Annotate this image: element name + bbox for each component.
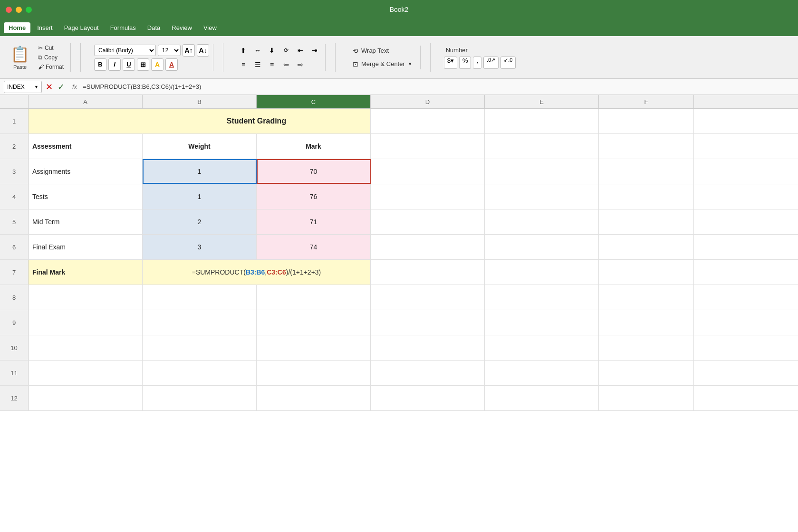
- percent-button[interactable]: %: [459, 57, 471, 69]
- cell-d4[interactable]: [371, 184, 485, 209]
- menu-formulas[interactable]: Formulas: [106, 22, 141, 33]
- cell-d6[interactable]: [371, 235, 485, 259]
- align-left-button[interactable]: ≡: [237, 58, 250, 71]
- row-header-2[interactable]: 2: [0, 134, 29, 159]
- increase-indent-button[interactable]: ⇨: [294, 58, 307, 71]
- menu-view[interactable]: View: [199, 22, 221, 33]
- currency-button[interactable]: $▾: [444, 57, 457, 69]
- menu-review[interactable]: Review: [167, 22, 197, 33]
- cell-a9[interactable]: [29, 310, 143, 335]
- cell-c4[interactable]: 76: [257, 184, 371, 209]
- cell-e11[interactable]: [485, 361, 599, 385]
- grow-font-button[interactable]: A↑: [183, 44, 195, 57]
- text-direction-button[interactable]: ⟳: [279, 44, 293, 57]
- fill-color-button[interactable]: A: [151, 58, 163, 71]
- row-header-9[interactable]: 9: [0, 310, 29, 335]
- cell-e2[interactable]: [485, 134, 599, 159]
- cell-a11[interactable]: [29, 361, 143, 385]
- cell-f2[interactable]: [599, 134, 694, 159]
- cell-c11[interactable]: [257, 361, 371, 385]
- cell-f12[interactable]: [599, 386, 694, 410]
- row-header-10[interactable]: 10: [0, 335, 29, 360]
- row-header-7[interactable]: 7: [0, 260, 29, 285]
- col-header-e[interactable]: E: [485, 95, 599, 108]
- underline-button[interactable]: U: [123, 58, 135, 71]
- row-header-11[interactable]: 11: [0, 361, 29, 385]
- spreadsheet-container[interactable]: A B C D E F 1 Student Grading 2: [0, 95, 798, 411]
- menu-home[interactable]: Home: [4, 22, 30, 33]
- cell-c8[interactable]: [257, 285, 371, 310]
- cell-c2[interactable]: Mark: [257, 134, 371, 159]
- col-header-f[interactable]: F: [599, 95, 694, 108]
- cell-f7[interactable]: [599, 260, 694, 285]
- formula-cancel-button[interactable]: ✕: [46, 82, 53, 92]
- cell-e4[interactable]: [485, 184, 599, 209]
- cell-a12[interactable]: [29, 386, 143, 410]
- cell-b7-c7-merged[interactable]: =SUMPRODUCT(B3:B6,C3:C6)/(1+1+2+3): [143, 260, 371, 285]
- cell-b3[interactable]: 1: [143, 159, 257, 184]
- merge-center-button[interactable]: ⊡ Merge & Center ▼: [349, 59, 416, 69]
- cell-f10[interactable]: [599, 335, 694, 360]
- row-header-6[interactable]: 6: [0, 235, 29, 259]
- cell-f4[interactable]: [599, 184, 694, 209]
- italic-button[interactable]: I: [108, 58, 121, 71]
- maximize-button[interactable]: [26, 7, 32, 13]
- indent-decrease-button[interactable]: ⇤: [294, 44, 307, 57]
- comma-button[interactable]: ,: [473, 57, 481, 69]
- shrink-font-button[interactable]: A↓: [197, 44, 209, 57]
- col-header-b[interactable]: B: [143, 95, 257, 108]
- align-middle-button[interactable]: ↔: [251, 44, 264, 57]
- cell-b6[interactable]: 3: [143, 235, 257, 259]
- cut-button[interactable]: ✂ Cut: [35, 44, 67, 52]
- align-right-button[interactable]: ≡: [265, 58, 279, 71]
- formula-confirm-button[interactable]: ✓: [58, 82, 65, 92]
- indent-increase-button[interactable]: ⇥: [308, 44, 321, 57]
- cell-e7[interactable]: [485, 260, 599, 285]
- cell-e6[interactable]: [485, 235, 599, 259]
- cell-d5[interactable]: [371, 209, 485, 234]
- cell-b12[interactable]: [143, 386, 257, 410]
- cell-d9[interactable]: [371, 310, 485, 335]
- merge-dropdown-icon[interactable]: ▼: [408, 61, 413, 66]
- cell-a4[interactable]: Tests: [29, 184, 143, 209]
- decrease-indent-button[interactable]: ⇦: [279, 58, 293, 71]
- cell-a8[interactable]: [29, 285, 143, 310]
- cell-e10[interactable]: [485, 335, 599, 360]
- name-box-dropdown-icon[interactable]: ▼: [34, 85, 38, 89]
- cell-f6[interactable]: [599, 235, 694, 259]
- paste-button[interactable]: 📋 Paste: [8, 43, 32, 72]
- cell-c6[interactable]: 74: [257, 235, 371, 259]
- cell-b11[interactable]: [143, 361, 257, 385]
- cell-b9[interactable]: [143, 310, 257, 335]
- row-header-8[interactable]: 8: [0, 285, 29, 310]
- align-bottom-button[interactable]: ⬇: [265, 44, 279, 57]
- font-family-select[interactable]: Calibri (Body): [94, 45, 156, 56]
- cell-c5[interactable]: 71: [257, 209, 371, 234]
- cell-d11[interactable]: [371, 361, 485, 385]
- cell-a6[interactable]: Final Exam: [29, 235, 143, 259]
- copy-button[interactable]: ⧉ Copy: [35, 53, 67, 62]
- name-box[interactable]: INDEX ▼: [4, 81, 42, 93]
- cell-d8[interactable]: [371, 285, 485, 310]
- cell-a7[interactable]: Final Mark: [29, 260, 143, 285]
- row-header-5[interactable]: 5: [0, 209, 29, 234]
- cell-e1[interactable]: [485, 109, 599, 133]
- cell-a2[interactable]: Assessment: [29, 134, 143, 159]
- col-header-d[interactable]: D: [371, 95, 485, 108]
- cell-f3[interactable]: [599, 159, 694, 184]
- cell-f11[interactable]: [599, 361, 694, 385]
- increase-decimal-button[interactable]: .0↗: [483, 57, 499, 69]
- row-header-1[interactable]: 1: [0, 109, 29, 133]
- cell-b8[interactable]: [143, 285, 257, 310]
- bold-button[interactable]: B: [94, 58, 106, 71]
- menu-page-layout[interactable]: Page Layout: [59, 22, 104, 33]
- cell-c12[interactable]: [257, 386, 371, 410]
- cell-b1-c1-merged[interactable]: Student Grading: [143, 109, 371, 133]
- cell-d2[interactable]: [371, 134, 485, 159]
- row-header-12[interactable]: 12: [0, 386, 29, 410]
- cell-b5[interactable]: 2: [143, 209, 257, 234]
- format-button[interactable]: 🖌 Format: [35, 63, 67, 71]
- cell-a3[interactable]: Assignments: [29, 159, 143, 184]
- cell-b4[interactable]: 1: [143, 184, 257, 209]
- cell-d3[interactable]: [371, 159, 485, 184]
